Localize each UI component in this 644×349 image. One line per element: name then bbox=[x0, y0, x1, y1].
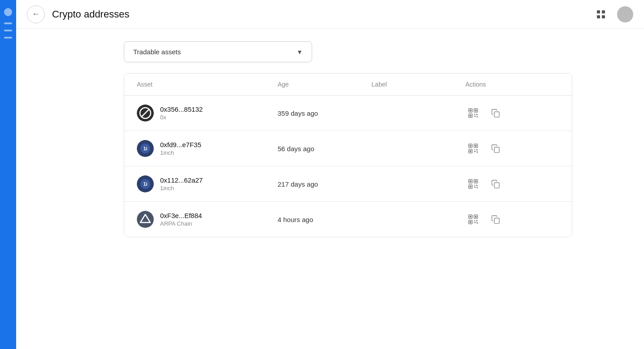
svg-rect-28 bbox=[474, 149, 475, 150]
asset-chain-1: 1inch bbox=[160, 149, 201, 156]
asset-cell-1: 1i 0xfd9...e7F35 1inch bbox=[137, 140, 278, 157]
svg-rect-0 bbox=[597, 10, 600, 13]
asset-address-1: 0xfd9...e7F35 bbox=[160, 141, 201, 148]
svg-point-47 bbox=[137, 211, 154, 228]
svg-rect-13 bbox=[474, 114, 475, 115]
svg-rect-52 bbox=[475, 216, 477, 218]
copy-icon bbox=[491, 214, 500, 224]
svg-rect-12 bbox=[470, 115, 471, 117]
header-right bbox=[592, 5, 633, 23]
table-header: Asset Age Label Actions bbox=[124, 74, 572, 96]
svg-rect-46 bbox=[494, 183, 499, 188]
table-row: 1i 0xfd9...e7F35 1inch 56 days ago bbox=[124, 131, 572, 166]
tradable-assets-dropdown[interactable]: Tradable assets ▼ bbox=[124, 41, 312, 62]
asset-address-0: 0x356...85132 bbox=[160, 105, 203, 113]
svg-rect-15 bbox=[474, 116, 476, 117]
asset-address-2: 0x112...62a27 bbox=[160, 176, 203, 184]
asset-cell-3: 0xF3e...Ef884 ARPA Chain bbox=[137, 211, 278, 228]
back-icon: ← bbox=[32, 9, 40, 19]
asset-info-3: 0xF3e...Ef884 ARPA Chain bbox=[160, 212, 202, 227]
svg-rect-39 bbox=[475, 180, 477, 182]
asset-info-0: 0x356...85132 0x bbox=[160, 105, 203, 121]
qr-icon bbox=[468, 143, 479, 154]
asset-icon-3 bbox=[137, 211, 154, 228]
header-left: ← Crypto addresses bbox=[27, 5, 129, 23]
copy-icon bbox=[491, 108, 500, 118]
qr-button-1[interactable] bbox=[466, 141, 481, 156]
header: ← Crypto addresses bbox=[16, 0, 644, 29]
asset-address-3: 0xF3e...Ef884 bbox=[160, 212, 202, 219]
svg-rect-37 bbox=[470, 180, 471, 182]
svg-rect-27 bbox=[470, 150, 471, 152]
grid-menu-button[interactable] bbox=[592, 5, 610, 23]
asset-cell-0: 0x356...85132 0x bbox=[137, 105, 278, 122]
filter-label: Tradable assets bbox=[133, 48, 181, 56]
sidebar-item-2 bbox=[4, 22, 12, 24]
age-cell-2: 217 days ago bbox=[278, 180, 371, 188]
svg-rect-23 bbox=[470, 145, 471, 147]
svg-rect-10 bbox=[475, 109, 477, 111]
svg-rect-29 bbox=[476, 149, 478, 150]
actions-cell-2 bbox=[466, 176, 559, 192]
copy-button-1[interactable] bbox=[488, 141, 503, 156]
svg-rect-16 bbox=[477, 116, 478, 118]
svg-rect-3 bbox=[602, 15, 605, 18]
page-title: Crypto addresses bbox=[52, 9, 129, 20]
copy-button-2[interactable] bbox=[488, 176, 503, 192]
table-row: 1i 0x112...62a27 1inch 217 days ago bbox=[124, 166, 572, 202]
svg-rect-41 bbox=[470, 186, 471, 188]
copy-icon bbox=[491, 179, 500, 189]
asset-chain-3: ARPA Chain bbox=[160, 220, 202, 227]
copy-icon bbox=[491, 144, 500, 153]
svg-rect-58 bbox=[477, 222, 478, 224]
table-row: 0x356...85132 0x 359 days ago bbox=[124, 96, 572, 131]
sidebar bbox=[0, 0, 16, 349]
age-cell-3: 4 hours ago bbox=[278, 216, 371, 223]
qr-icon bbox=[468, 214, 479, 225]
svg-rect-54 bbox=[470, 221, 471, 223]
asset-icon-1: 1i bbox=[137, 140, 154, 157]
svg-rect-57 bbox=[474, 222, 476, 223]
svg-rect-18 bbox=[494, 112, 499, 117]
filter-section: Tradable assets ▼ bbox=[124, 29, 572, 73]
svg-rect-8 bbox=[470, 109, 471, 111]
svg-rect-30 bbox=[474, 151, 476, 152]
main-content: Tradable assets ▼ Asset Age Label Action… bbox=[16, 0, 644, 255]
grid-icon bbox=[596, 9, 606, 20]
svg-rect-31 bbox=[477, 151, 478, 153]
sidebar-item-3 bbox=[4, 30, 12, 31]
svg-rect-1 bbox=[602, 10, 605, 13]
asset-info-1: 0xfd9...e7F35 1inch bbox=[160, 141, 201, 156]
avatar[interactable] bbox=[617, 6, 633, 22]
qr-button-0[interactable] bbox=[466, 105, 481, 121]
svg-rect-14 bbox=[476, 114, 478, 115]
asset-icon-0 bbox=[137, 105, 154, 122]
actions-cell-1 bbox=[466, 141, 559, 156]
svg-text:1i: 1i bbox=[143, 181, 147, 187]
svg-rect-55 bbox=[474, 220, 475, 221]
copy-button-0[interactable] bbox=[488, 105, 503, 121]
back-button[interactable]: ← bbox=[27, 5, 45, 23]
svg-text:1i: 1i bbox=[143, 146, 147, 151]
sidebar-item-4 bbox=[4, 37, 12, 39]
asset-chain-2: 1inch bbox=[160, 185, 203, 192]
age-cell-0: 359 days ago bbox=[278, 109, 371, 117]
asset-icon-2: 1i bbox=[137, 175, 154, 192]
qr-icon bbox=[468, 179, 479, 189]
asset-chain-0: 0x bbox=[160, 114, 203, 121]
svg-rect-25 bbox=[475, 145, 477, 147]
column-actions: Actions bbox=[466, 81, 559, 88]
qr-button-2[interactable] bbox=[466, 176, 481, 192]
asset-cell-2: 1i 0x112...62a27 1inch bbox=[137, 175, 278, 192]
qr-button-3[interactable] bbox=[466, 212, 481, 227]
column-label: Label bbox=[371, 81, 465, 88]
svg-rect-42 bbox=[474, 185, 475, 186]
age-cell-1: 56 days ago bbox=[278, 145, 371, 153]
svg-rect-45 bbox=[477, 187, 478, 188]
svg-rect-56 bbox=[476, 220, 478, 221]
copy-button-3[interactable] bbox=[488, 212, 503, 227]
svg-rect-2 bbox=[597, 15, 600, 18]
svg-rect-43 bbox=[476, 185, 478, 186]
actions-cell-3 bbox=[466, 212, 559, 227]
column-asset: Asset bbox=[137, 81, 278, 88]
